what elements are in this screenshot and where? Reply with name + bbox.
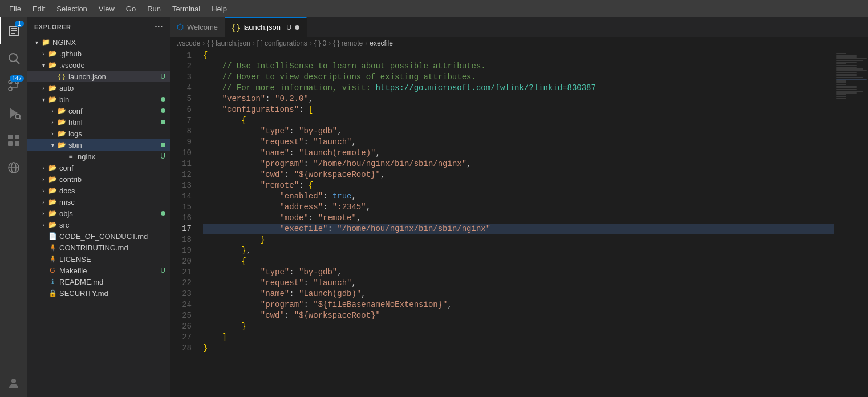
main-container: 1 147 EXPLORER ··· [0,17,868,397]
line-27: 27 [177,332,192,343]
tree-conf-root[interactable]: 📂 conf [27,162,170,173]
source-control-activity-icon[interactable]: 147 [0,72,27,99]
code-line-10: "name": "Launch(remote)", [203,148,834,159]
svg-marker-2 [10,108,18,118]
code-line-6: "configurations": [ [203,104,834,115]
makefile-badge: U [160,266,165,274]
breadcrumb-sep5: › [365,39,367,47]
tree-nginx-bin[interactable]: ≡ nginx U [27,151,170,162]
nginx-folder-icon: 📁 [41,38,50,47]
breadcrumb-vscode[interactable]: .vscode [177,39,200,47]
tree-src[interactable]: 📂 src [27,219,170,230]
tree-auto[interactable]: 📂 auto [27,82,170,94]
line-4: 4 [177,83,192,94]
tree-misc[interactable]: 📂 misc [27,196,170,208]
tree-github[interactable]: 📂 .github [27,48,170,59]
search-activity-icon[interactable] [0,44,27,72]
tab-welcome-icon: ⬡ [177,22,184,31]
explorer-badge: 1 [15,21,24,27]
tree-readme[interactable]: ℹ README.md [27,276,170,287]
activity-bar: 1 147 [0,17,27,397]
line-16: 16 [177,213,192,224]
tree-bin-conf[interactable]: 📂 conf [27,105,170,116]
menu-file[interactable]: File [5,2,26,15]
docs-folder-icon: 📂 [48,186,57,195]
tree-vscode[interactable]: 📂 .vscode [27,59,170,71]
menu-run[interactable]: Run [143,2,165,15]
menu-edit[interactable]: Edit [28,2,50,15]
objs-arrow [39,209,48,218]
svg-point-0 [9,54,17,62]
tab-bar: ⬡ Welcome { } launch.json U [170,17,868,37]
line-24: 24 [177,299,192,310]
breadcrumb-launch-json[interactable]: { } launch.json [207,39,250,47]
code-line-18: } [203,234,834,245]
html-folder-icon: 📂 [57,118,66,127]
auto-folder-icon: 📂 [48,83,57,92]
line-26: 26 [177,321,192,332]
bin-conf-arrow [48,106,57,115]
tree-objs[interactable]: 📂 objs [27,208,170,219]
tree-contributing[interactable]: 🧍 CONTRIBUTING.md [27,242,170,253]
run-debug-activity-icon[interactable] [0,99,27,127]
license-arrow [39,254,48,264]
sbin-folder-icon: 📂 [57,140,66,149]
tree-html[interactable]: 📂 html [27,116,170,128]
account-activity-icon[interactable] [0,370,27,397]
logs-folder-icon: 📂 [57,129,66,138]
breadcrumb-remote[interactable]: { } remote [333,39,363,47]
code-line-25: "cwd": "${workspaceRoot}" [203,310,834,321]
tree-launch-json[interactable]: { } launch.json U [27,71,170,82]
line-6: 6 [177,104,192,115]
license-icon: 🧍 [48,254,57,264]
sidebar: EXPLORER ··· 📁 NGINX 📂 .github 📂 .vscode [27,17,170,397]
line-28: 28 [177,343,192,354]
tree-root-nginx[interactable]: 📁 NGINX [27,37,170,48]
src-folder-icon: 📂 [48,220,57,229]
sidebar-more-icon[interactable]: ··· [155,22,163,32]
tree-logs[interactable]: 📂 logs [27,128,170,139]
breadcrumb-sep3: › [310,39,312,47]
breadcrumb-sep4: › [328,39,331,47]
code-line-1: { [203,50,834,61]
breadcrumb-configurations[interactable]: [ ] configurations [257,39,307,47]
line-8: 8 [177,126,192,137]
tree-contrib[interactable]: 📂 contrib [27,173,170,185]
tree-docs[interactable]: 📂 docs [27,185,170,196]
tree-license[interactable]: 🧍 LICENSE [27,253,170,265]
contributing-label: CONTRIBUTING.md [59,244,170,252]
extensions-activity-icon[interactable] [0,127,27,154]
tab-launch-json-modified: U [286,23,291,31]
tree-makefile[interactable]: G Makefile U [27,265,170,276]
tree-sbin[interactable]: 📂 sbin [27,139,170,151]
line-20: 20 [177,256,192,267]
menu-view[interactable]: View [94,2,119,15]
explorer-activity-icon[interactable]: 1 [0,17,27,44]
tab-launch-json[interactable]: { } launch.json U [225,17,307,37]
contrib-folder-icon: 📂 [48,175,57,184]
code-line-28: } [203,343,834,354]
html-arrow [48,118,57,127]
tree-bin[interactable]: 📂 bin [27,94,170,105]
logs-label: logs [68,129,170,138]
menu-selection[interactable]: Selection [52,2,91,15]
menu-go[interactable]: Go [121,2,140,15]
code-content[interactable]: { // Use IntelliSense to learn about pos… [198,50,834,397]
conf-root-arrow [39,163,48,172]
line-22: 22 [177,278,192,289]
menu-help[interactable]: Help [207,2,232,15]
tree-code-of-conduct[interactable]: 📄 CODE_OF_CONDUCT.md [27,230,170,242]
remote-explorer-activity-icon[interactable] [0,154,27,181]
menu-terminal[interactable]: Terminal [168,2,205,15]
tab-welcome[interactable]: ⬡ Welcome [170,17,225,37]
security-icon: 🔒 [48,289,57,298]
code-line-2: // Use IntelliSense to learn about possi… [203,61,834,72]
tree-security[interactable]: 🔒 SECURITY.md [27,287,170,299]
code-line-15: "address": ":2345", [203,202,834,213]
tab-welcome-label: Welcome [187,23,218,31]
tab-json-icon: { } [232,23,240,32]
breadcrumb-0[interactable]: { } 0 [314,39,326,47]
security-arrow [39,289,48,298]
breadcrumb-execfile[interactable]: execfile [370,39,393,47]
github-label: .github [59,50,170,58]
